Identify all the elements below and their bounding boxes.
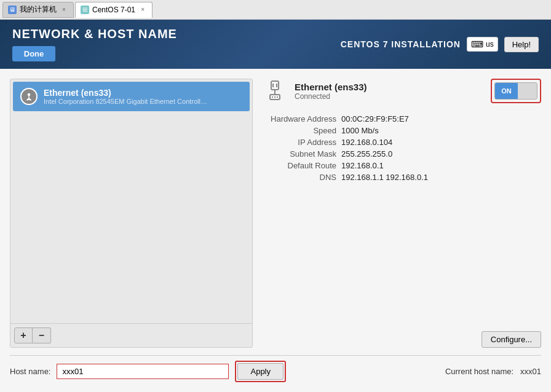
apply-button[interactable]: Apply — [237, 363, 283, 380]
network-list-panel: Ethernet (ens33) Intel Corporation 82545… — [10, 79, 253, 348]
network-info-table: Hardware Address 00:0C:29:F9:F5:E7 Speed… — [263, 114, 541, 182]
computer-icon: 🖥 — [8, 6, 17, 14]
done-button[interactable]: Done — [12, 46, 55, 61]
detail-name: Ethernet (ens33) — [295, 82, 367, 92]
default-route-row: Default Route 192.168.0.1 — [263, 161, 541, 170]
subnet-mask-label: Subnet Mask — [263, 149, 336, 159]
dns-value: 192.168.1.1 192.168.0.1 — [341, 173, 428, 182]
ip-address-label: IP Address — [263, 138, 336, 147]
install-text: CENTOS 7 INSTALLATION — [341, 39, 461, 49]
close-tab2-button[interactable]: × — [138, 6, 147, 14]
close-tab1-button[interactable]: × — [60, 6, 68, 14]
default-route-label: Default Route — [263, 161, 336, 170]
speed-label: Speed — [263, 126, 336, 135]
ethernet-plug-icon — [263, 79, 287, 103]
network-item[interactable]: Ethernet (ens33) Intel Corporation 82545… — [13, 82, 250, 111]
keyboard-value: us — [486, 40, 494, 49]
host-name-label: Host name: — [10, 367, 50, 376]
header-right: CENTOS 7 INSTALLATION ⌨ us Help! — [341, 37, 539, 52]
ip-address-row: IP Address 192.168.0.104 — [263, 138, 541, 147]
hardware-address-row: Hardware Address 00:0C:29:F9:F5:E7 — [263, 114, 541, 123]
default-route-value: 192.168.0.1 — [341, 161, 384, 170]
tab-my-computer-label: 我的计算机 — [20, 4, 57, 15]
main-area: NETWORK & HOST NAME Done CENTOS 7 INSTAL… — [0, 20, 551, 392]
network-list: Ethernet (ens33) Intel Corporation 82545… — [10, 79, 252, 323]
page-title: NETWORK & HOST NAME — [12, 27, 177, 41]
network-item-info: Ethernet (ens33) Intel Corporation 82545… — [44, 88, 242, 105]
keyboard-select[interactable]: ⌨ us — [467, 37, 498, 52]
current-host-label: Current host name: — [445, 367, 513, 376]
network-item-desc: Intel Corporation 82545EM Gigabit Ethern… — [44, 98, 210, 105]
list-buttons: + − — [10, 323, 252, 347]
content: Ethernet (ens33) Intel Corporation 82545… — [0, 69, 551, 392]
ethernet-toggle[interactable]: ON — [494, 82, 537, 100]
configure-button[interactable]: Configure... — [482, 331, 541, 348]
remove-network-button[interactable]: − — [33, 327, 51, 343]
svg-rect-1 — [271, 81, 279, 90]
taskbar: 🖥 我的计算机 × ⊞ CentOS 7-01 × — [0, 0, 551, 20]
hardware-address-label: Hardware Address — [263, 114, 336, 123]
svg-rect-3 — [276, 84, 277, 87]
middle-section: Ethernet (ens33) Intel Corporation 82545… — [10, 79, 541, 348]
help-button[interactable]: Help! — [504, 37, 539, 52]
network-item-icon — [20, 88, 38, 105]
tab-my-computer[interactable]: 🖥 我的计算机 × — [2, 2, 74, 18]
svg-point-0 — [28, 93, 31, 96]
hardware-address-value: 00:0C:29:F9:F5:E7 — [341, 114, 409, 123]
dns-label: DNS — [263, 173, 336, 182]
header: NETWORK & HOST NAME Done CENTOS 7 INSTAL… — [0, 20, 551, 69]
toggle-on-label: ON — [495, 83, 518, 99]
subnet-mask-value: 255.255.255.0 — [341, 149, 392, 159]
network-item-name: Ethernet (ens33) — [44, 88, 242, 98]
tab-centos[interactable]: ⊞ CentOS 7-01 × — [75, 2, 153, 18]
toggle-off-area — [518, 83, 537, 99]
apply-btn-container: Apply — [235, 361, 286, 382]
svg-rect-2 — [272, 84, 274, 87]
current-host-section: Current host name: xxx01 — [445, 367, 541, 376]
subnet-mask-row: Subnet Mask 255.255.255.0 — [263, 149, 541, 159]
keyboard-icon: ⌨ — [471, 39, 483, 49]
centos-icon: ⊞ — [81, 6, 89, 14]
host-name-input[interactable] — [57, 364, 229, 379]
header-left: NETWORK & HOST NAME Done — [12, 27, 177, 61]
add-network-button[interactable]: + — [14, 327, 33, 343]
detail-status: Connected — [295, 92, 367, 101]
speed-value: 1000 Mb/s — [341, 126, 379, 135]
detail-header: Ethernet (ens33) Connected ON — [263, 79, 541, 103]
current-host-value: xxx01 — [520, 367, 541, 376]
speed-row: Speed 1000 Mb/s — [263, 126, 541, 135]
tab-centos-label: CentOS 7-01 — [92, 6, 135, 14]
network-detail-panel: Ethernet (ens33) Connected ON Hardware A… — [263, 79, 541, 348]
dns-row: DNS 192.168.1.1 192.168.0.1 — [263, 173, 541, 182]
ip-address-value: 192.168.0.104 — [341, 138, 392, 147]
detail-title-text: Ethernet (ens33) Connected — [295, 82, 367, 101]
detail-title-section: Ethernet (ens33) Connected — [263, 79, 367, 103]
bottom-bar: Host name: Apply Current host name: xxx0… — [10, 355, 541, 382]
toggle-container: ON — [491, 79, 541, 103]
